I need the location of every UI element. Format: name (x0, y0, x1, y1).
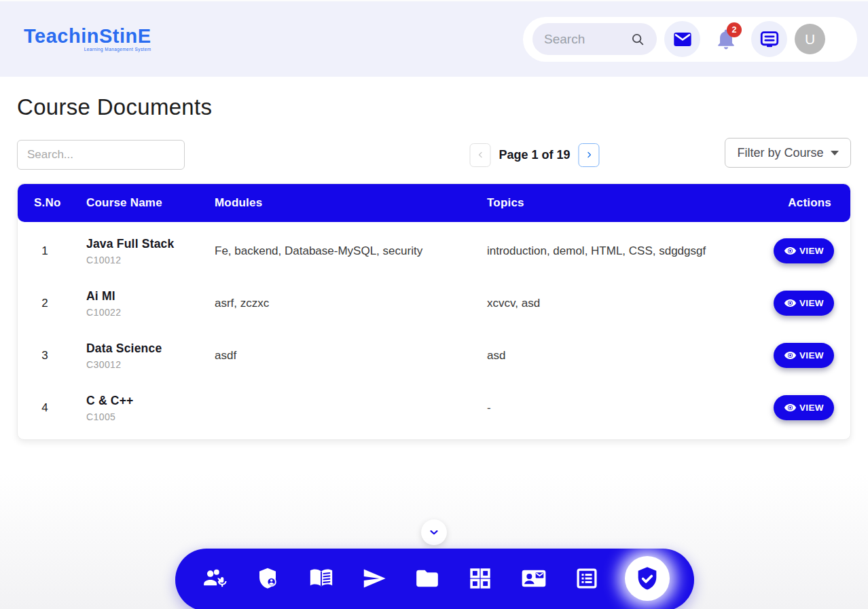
course-name: Java Full Stack (86, 237, 200, 251)
course-topics: xcvcv, asd (472, 297, 748, 310)
table-header-row: S.No Course Name Modules Topics Actions (18, 184, 850, 222)
course-code: C1005 (86, 411, 200, 422)
course-modules: asrf, zczxc (200, 297, 472, 310)
header-search-input[interactable] (544, 32, 619, 47)
grid-dashboard-icon (468, 566, 492, 591)
header-actions: 2 U (523, 17, 857, 62)
people-voice-icon (202, 566, 228, 591)
nav-files[interactable] (412, 564, 442, 593)
main-content: Course Documents Page 1 of 19 Filter by … (0, 77, 868, 440)
course-name-cell: Ai Ml C10022 (72, 289, 200, 318)
list-alt-icon (575, 566, 599, 591)
actions-cell: VIEW (748, 291, 850, 316)
notifications-button[interactable]: 2 (708, 21, 744, 57)
nav-send[interactable] (359, 564, 389, 593)
filter-by-course-dropdown[interactable]: Filter by Course (725, 138, 851, 168)
page-indicator: Page 1 of 19 (499, 148, 570, 162)
nav-list[interactable] (572, 564, 602, 593)
courses-table: S.No Course Name Modules Topics Actions … (17, 183, 851, 440)
mail-icon (672, 29, 693, 50)
eye-icon (784, 244, 797, 257)
view-button-label: VIEW (799, 298, 824, 308)
col-header-course-name: Course Name (72, 196, 200, 210)
nav-contact-mail[interactable] (519, 564, 549, 593)
nav-courses[interactable] (306, 564, 336, 593)
eye-icon (784, 297, 797, 310)
mail-button[interactable] (664, 21, 700, 57)
nav-admin-shield[interactable] (253, 564, 283, 593)
course-code: C10012 (86, 255, 200, 265)
table-row: 3 Data Science C30012 asdf asd VIEW (18, 329, 850, 382)
row-serial: 4 (18, 401, 72, 415)
course-name: Data Science (86, 342, 200, 356)
nav-shield-check-active[interactable] (625, 556, 670, 601)
page-title: Course Documents (17, 94, 851, 120)
table-search-input[interactable] (17, 140, 185, 170)
view-button-label: VIEW (799, 350, 824, 361)
eye-icon (784, 349, 797, 362)
col-header-topics: Topics (472, 196, 748, 210)
notification-badge: 2 (727, 22, 742, 37)
search-icon (630, 32, 645, 47)
course-name: C & C++ (86, 394, 200, 408)
course-topics: asd (472, 349, 748, 363)
next-page-button[interactable] (579, 143, 600, 167)
actions-cell: VIEW (748, 343, 850, 368)
course-modules: Fe, backend, Database-MySQL, security (200, 244, 472, 258)
send-icon (361, 566, 387, 591)
view-button-label: VIEW (799, 403, 824, 413)
course-name-cell: Java Full Stack C10012 (72, 237, 200, 265)
table-body: 1 Java Full Stack C10012 Fe, backend, Da… (18, 222, 850, 439)
eye-icon (784, 401, 797, 414)
course-topics: - (472, 401, 748, 415)
course-code: C10022 (86, 307, 200, 318)
table-row: 1 Java Full Stack C10012 Fe, backend, Da… (18, 225, 850, 277)
row-serial: 3 (18, 349, 72, 363)
chat-panel-icon (759, 29, 780, 50)
chat-panel-button[interactable] (751, 21, 787, 57)
row-serial: 1 (18, 244, 72, 258)
course-topics: introduction, demol, HTML, CSS, sdgdgsgf (472, 244, 748, 258)
brand-tagline: Learning Management System (84, 48, 151, 52)
open-book-icon (308, 566, 334, 591)
caret-down-icon (831, 151, 839, 155)
actions-cell: VIEW (748, 395, 850, 420)
view-button-label: VIEW (799, 246, 824, 256)
course-documents-page: TeachinStinE Learning Management System (0, 0, 868, 609)
actions-cell: VIEW (748, 238, 850, 263)
view-button[interactable]: VIEW (774, 291, 834, 316)
user-avatar[interactable]: U (795, 24, 825, 54)
course-name-cell: C & C++ C1005 (72, 394, 200, 422)
course-name: Ai Ml (86, 289, 200, 303)
nav-people-voice[interactable] (200, 564, 230, 593)
chevron-down-icon (428, 526, 440, 538)
col-header-modules: Modules (200, 196, 472, 210)
row-serial: 2 (18, 297, 72, 310)
col-header-actions: Actions (748, 196, 850, 210)
chevron-left-icon (476, 151, 484, 159)
brand-logo[interactable]: TeachinStinE Learning Management System (24, 26, 151, 52)
course-modules: asdf (200, 349, 472, 363)
nav-dashboard[interactable] (465, 564, 495, 593)
chevron-right-icon (585, 151, 593, 159)
shield-check-icon (634, 565, 661, 592)
col-header-sno: S.No (18, 196, 72, 210)
course-name-cell: Data Science C30012 (72, 342, 200, 370)
view-button[interactable]: VIEW (774, 343, 834, 368)
contact-mail-icon (520, 565, 547, 592)
table-row: 4 C & C++ C1005 - VIEW (18, 382, 850, 434)
scroll-down-button[interactable] (421, 519, 447, 545)
admin-shield-icon (255, 566, 280, 591)
topbar: TeachinStinE Learning Management System (0, 0, 868, 77)
filter-label: Filter by Course (737, 146, 823, 160)
prev-page-button[interactable] (469, 143, 490, 167)
folder-icon (414, 566, 440, 591)
pagination: Page 1 of 19 (469, 140, 599, 170)
brand-name: TeachinStinE (24, 26, 151, 46)
view-button[interactable]: VIEW (774, 238, 834, 263)
bottom-navigation (175, 549, 694, 609)
view-button[interactable]: VIEW (774, 395, 834, 420)
avatar-initial: U (805, 31, 815, 48)
table-toolbar: Page 1 of 19 Filter by Course (17, 140, 851, 170)
header-search[interactable] (532, 23, 657, 55)
